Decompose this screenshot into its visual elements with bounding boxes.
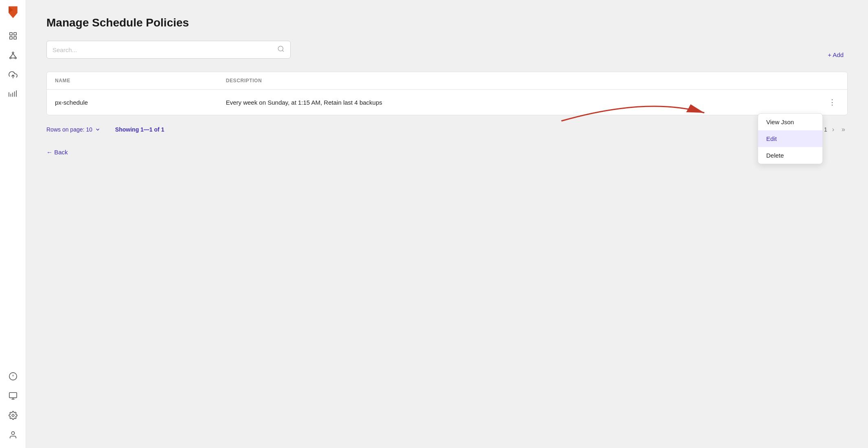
- sidebar-item-user[interactable]: [5, 427, 21, 443]
- sidebar-item-cluster[interactable]: [5, 47, 21, 64]
- search-icon: [277, 45, 285, 54]
- dropdown-item-delete[interactable]: Delete: [758, 147, 822, 164]
- page-title: Manage Schedule Policies: [46, 16, 848, 29]
- app-logo[interactable]: [6, 5, 20, 21]
- sidebar-item-monitor[interactable]: [5, 388, 21, 404]
- row-menu-button[interactable]: ⋮: [825, 97, 839, 108]
- svg-point-8: [15, 57, 16, 59]
- col-header-name: NAME: [47, 72, 218, 90]
- svg-rect-5: [13, 37, 16, 39]
- left-pagination: Rows on page: 10 Showing 1—1 of 1: [46, 126, 164, 133]
- add-button[interactable]: + Add: [824, 49, 848, 61]
- header-row: + Add: [46, 41, 848, 68]
- search-input[interactable]: [53, 46, 277, 53]
- svg-point-24: [12, 414, 14, 417]
- showing-text: Showing 1—1 of 1: [115, 126, 164, 133]
- cell-name: px-schedule: [47, 90, 218, 115]
- rows-per-page[interactable]: Rows on page: 10: [46, 126, 101, 133]
- svg-line-9: [10, 53, 13, 57]
- sidebar: [0, 0, 26, 448]
- last-page-button[interactable]: »: [839, 124, 848, 135]
- cell-description: Every week on Sunday, at 1:15 AM, Retain…: [218, 90, 817, 115]
- sidebar-item-cloud[interactable]: [5, 67, 21, 83]
- sidebar-item-dashboard[interactable]: [5, 28, 21, 44]
- svg-rect-21: [9, 393, 16, 398]
- search-bar: [46, 41, 291, 59]
- svg-rect-2: [9, 33, 12, 35]
- svg-point-25: [11, 432, 14, 435]
- sidebar-item-signal[interactable]: [5, 86, 21, 103]
- policies-table: NAME DESCRIPTION px-schedule Every week …: [47, 72, 847, 115]
- table-row: px-schedule Every week on Sunday, at 1:1…: [47, 90, 847, 115]
- svg-point-26: [278, 46, 283, 51]
- svg-point-6: [12, 52, 14, 54]
- sidebar-item-alerts[interactable]: [5, 368, 21, 384]
- back-link[interactable]: ← Back: [46, 149, 68, 156]
- dropdown-item-view-json[interactable]: View Json: [758, 114, 822, 130]
- next-page-button[interactable]: ›: [830, 124, 837, 135]
- main-content: Manage Schedule Policies + Add NAME DESC…: [26, 0, 868, 448]
- row-actions: ⋮ View Json Edit Delete: [825, 97, 839, 108]
- rows-per-page-label: Rows on page: 10: [46, 126, 92, 133]
- row-actions-cell: ⋮ View Json Edit Delete: [817, 90, 847, 115]
- svg-point-7: [9, 57, 11, 59]
- dropdown-item-edit[interactable]: Edit: [758, 130, 822, 147]
- pagination-row: Rows on page: 10 Showing 1—1 of 1 « ‹ Pa…: [46, 122, 848, 137]
- svg-line-10: [13, 53, 15, 57]
- col-header-description: DESCRIPTION: [218, 72, 817, 90]
- dropdown-menu: View Json Edit Delete: [758, 113, 823, 164]
- svg-rect-4: [9, 37, 12, 39]
- table-container: NAME DESCRIPTION px-schedule Every week …: [46, 72, 848, 115]
- svg-line-27: [282, 50, 283, 51]
- sidebar-item-settings[interactable]: [5, 407, 21, 424]
- table-header-row: NAME DESCRIPTION: [47, 72, 847, 90]
- svg-rect-3: [13, 33, 16, 35]
